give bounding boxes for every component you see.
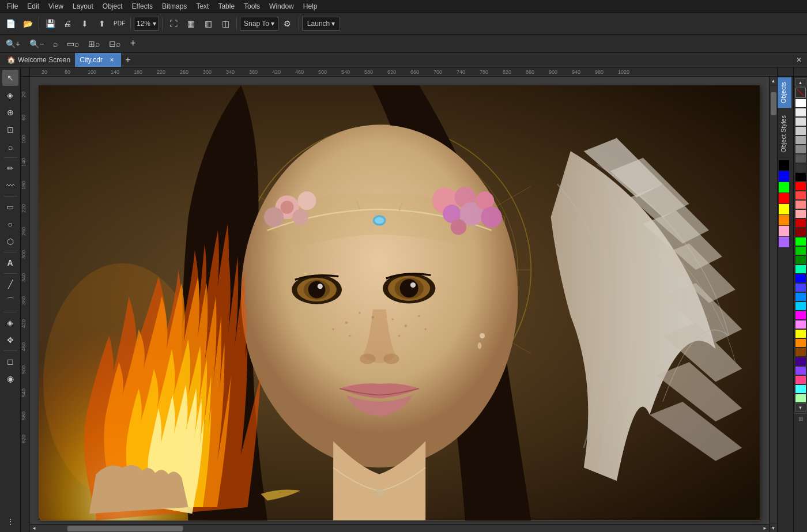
quick-color-green[interactable]	[779, 182, 789, 193]
quick-color-purple[interactable]	[779, 237, 789, 247]
tool-rectangle[interactable]: ▭	[2, 199, 18, 215]
tool-extra[interactable]: ⋮	[2, 514, 18, 530]
swatch-green3[interactable]	[795, 256, 806, 264]
swatch-green2[interactable]	[795, 247, 806, 255]
tool-connector[interactable]: ⌒	[2, 293, 18, 310]
tool-node[interactable]: ◈	[2, 87, 18, 103]
tool-fill[interactable]: ◈	[2, 315, 18, 331]
scroll-down-arrow[interactable]: ▼	[770, 524, 778, 532]
add-page-btn[interactable]: +	[126, 37, 139, 51]
settings-button[interactable]: ⚙	[280, 16, 296, 32]
swatch-blue[interactable]	[795, 274, 806, 282]
swatch-2[interactable]	[795, 118, 806, 126]
swatch-white[interactable]	[795, 99, 806, 107]
swatch-purple[interactable]	[795, 357, 806, 365]
swatch-brown[interactable]	[795, 348, 806, 356]
menu-edit[interactable]: Edit	[22, 1, 44, 12]
zoom-out-btn[interactable]: 🔍−	[26, 37, 47, 51]
tool-transform[interactable]: ⊕	[2, 104, 18, 120]
quick-color-blue[interactable]	[779, 171, 789, 182]
tool-eraser[interactable]: ◻	[2, 353, 18, 369]
menu-effects[interactable]: Effects	[127, 1, 157, 12]
menu-view[interactable]: View	[44, 1, 68, 12]
menu-object[interactable]: Object	[98, 1, 127, 12]
menu-text[interactable]: Text	[191, 1, 213, 12]
palette-scroll-up[interactable]: ▲	[795, 78, 806, 86]
tab-close-all[interactable]: ✕	[793, 54, 805, 66]
scroll-up-arrow[interactable]: ▲	[770, 77, 778, 85]
scroll-thumb-vertical[interactable]	[771, 92, 776, 115]
horizontal-scrollbar[interactable]: ◄ ►	[30, 524, 769, 532]
snap-to-dropdown[interactable]: Snap To ▾	[240, 17, 278, 31]
tool-eyedropper[interactable]: ✥	[2, 332, 18, 348]
menu-help[interactable]: Help	[299, 1, 322, 12]
swatch-pink[interactable]	[795, 376, 806, 384]
quick-color-yellow[interactable]	[779, 204, 789, 214]
vertical-scrollbar[interactable]: ▲ ▼	[769, 77, 777, 532]
menu-file[interactable]: File	[2, 1, 22, 12]
swatch-mag2[interactable]	[795, 320, 806, 329]
scroll-right-arrow[interactable]: ►	[761, 525, 769, 533]
tool-line[interactable]: ╱	[2, 276, 18, 292]
swatch-darkred[interactable]	[795, 219, 806, 227]
quick-color-red[interactable]	[779, 193, 789, 203]
swatch-none[interactable]	[795, 88, 806, 98]
menu-tools[interactable]: Tools	[239, 1, 265, 12]
swatch-blue3[interactable]	[795, 293, 806, 301]
swatch-red2[interactable]	[795, 191, 806, 199]
view1-button[interactable]: ▦	[183, 16, 199, 32]
menu-window[interactable]: Window	[265, 1, 299, 12]
swatch-ltblue[interactable]	[795, 385, 806, 393]
swatch-blue2[interactable]	[795, 284, 806, 292]
tool-polygon[interactable]: ⬡	[2, 233, 18, 250]
palette-scroll-down[interactable]: ▼	[795, 403, 806, 412]
save-button[interactable]: 💾	[42, 16, 58, 32]
swatch-teal[interactable]	[795, 265, 806, 273]
palette-more[interactable]: ⊞	[795, 413, 806, 424]
swatch-red4[interactable]	[795, 210, 806, 218]
tab-close-button[interactable]: ×	[107, 55, 116, 65]
new-button[interactable]: 📄	[2, 16, 18, 32]
swatch-4[interactable]	[795, 136, 806, 144]
tab-welcome[interactable]: 🏠 Welcome Screen	[2, 53, 75, 67]
swatch-ltgreen[interactable]	[795, 394, 806, 402]
scroll-left-arrow[interactable]: ◄	[30, 525, 38, 533]
swatch-green[interactable]	[795, 237, 806, 246]
tool-select[interactable]: ↖	[2, 70, 18, 86]
tool-freehand[interactable]: ✏	[2, 160, 18, 176]
swatch-red3[interactable]	[795, 201, 806, 209]
open-button[interactable]: 📂	[20, 16, 36, 32]
import-button[interactable]: ⬇	[77, 16, 93, 32]
zoom-fit-btn[interactable]: ⌕	[50, 37, 61, 51]
view3-button[interactable]: ◫	[217, 16, 233, 32]
tab-city-cdr[interactable]: City.cdr ×	[75, 53, 121, 67]
tool-smart[interactable]: 〰	[2, 178, 18, 194]
zoom-dropdown[interactable]: 12% ▾	[134, 17, 159, 31]
menu-layout[interactable]: Layout	[68, 1, 98, 12]
launch-dropdown[interactable]: Launch ▾	[302, 17, 340, 31]
pdf-button[interactable]: PDF	[111, 16, 127, 32]
zoom-select-btn[interactable]: ▭⌕	[63, 37, 82, 51]
tool-zoom[interactable]: ⌕	[2, 139, 18, 155]
menu-bitmaps[interactable]: Bitmaps	[157, 1, 191, 12]
swatch-violet[interactable]	[795, 367, 806, 375]
quick-color-black[interactable]	[779, 160, 789, 171]
fullscreen-button[interactable]: ⛶	[165, 16, 182, 32]
print-button[interactable]: 🖨	[59, 16, 76, 32]
tab-add-button[interactable]: +	[121, 53, 135, 67]
swatch-cyan[interactable]	[795, 302, 806, 310]
quick-color-pink[interactable]	[779, 226, 789, 236]
swatch-yellow[interactable]	[795, 330, 806, 338]
swatch-1[interactable]	[795, 108, 806, 116]
swatch-7[interactable]	[795, 164, 806, 172]
tool-crop[interactable]: ⊡	[2, 122, 18, 138]
view2-button[interactable]: ▥	[200, 16, 216, 32]
zoom-in-btn[interactable]: 🔍+	[2, 37, 24, 51]
quick-color-orange[interactable]	[779, 215, 789, 225]
tool-smear[interactable]: ◉	[2, 371, 18, 387]
swatch-5[interactable]	[795, 145, 806, 153]
swatch-orange[interactable]	[795, 339, 806, 347]
swatch-magenta[interactable]	[795, 311, 806, 319]
menu-table[interactable]: Table	[213, 1, 239, 12]
canvas-area[interactable]: Roy Monster 2019 CORELDRAW INTERNATIONAL…	[30, 77, 777, 532]
